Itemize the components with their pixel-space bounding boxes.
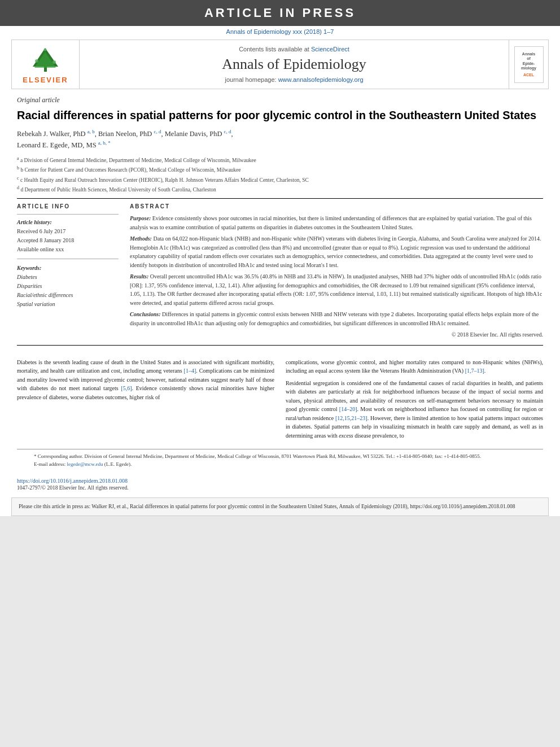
info-divider2 <box>17 259 119 259</box>
keywords-list: Diabetes Disparities Racial/ethnic diffe… <box>17 273 119 309</box>
divider-2 <box>17 345 543 346</box>
issn-line: 1047-2797/© 2018 Elsevier Inc. All right… <box>17 485 543 491</box>
article-history: Article history: Received 6 July 2017 Ac… <box>17 218 119 254</box>
sciencedirect-line: Contents lists available at ScienceDirec… <box>239 46 349 53</box>
affil-b: b b Center for Patient Care and Outcomes… <box>17 165 543 174</box>
divider-1 <box>17 198 543 199</box>
body-para-1: Diabetes is the seventh leading cause of… <box>17 358 274 402</box>
journal-title-area: Contents lists available at ScienceDirec… <box>80 40 509 89</box>
homepage-link[interactable]: www.annalsofepidemiology.org <box>278 76 364 83</box>
ref-link-5-6[interactable]: [5,6] <box>121 385 132 391</box>
affil-d: d d Department of Public Health Sciences… <box>17 185 543 194</box>
elsevier-label: ELSEVIER <box>23 76 68 84</box>
banner-text: ARTICLE IN PRESS <box>204 6 356 20</box>
ref-link-1-7-13[interactable]: [1,7–13] <box>465 368 484 374</box>
sciencedirect-link[interactable]: ScienceDirect <box>311 46 349 53</box>
page-wrapper: ARTICLE IN PRESS Annals of Epidemiology … <box>0 0 560 516</box>
abstract-col: ABSTRACT Purpose: Evidence consistently … <box>130 203 543 339</box>
abstract-methods: Methods: Data on 64,022 non-Hispanic bla… <box>130 234 543 269</box>
article-title: Racial differences in spatial patterns f… <box>17 108 543 123</box>
article-info-heading: ARTICLE INFO <box>17 203 119 209</box>
article-type: Original article <box>17 96 543 104</box>
svg-point-5 <box>53 60 56 64</box>
affil-a: a a Division of General Internal Medicin… <box>17 155 543 164</box>
footnote-area: * Corresponding author. Division of Gene… <box>17 449 543 471</box>
svg-point-4 <box>35 59 38 63</box>
doi-link[interactable]: https://doi.org/10.1016/j.annepidem.2018… <box>17 478 128 484</box>
body-para-3: Residential segregation is considered on… <box>286 379 543 440</box>
article-info-col: ARTICLE INFO Article history: Received 6… <box>17 203 119 339</box>
doi-link-line: https://doi.org/10.1016/j.annepidem.2018… <box>17 475 543 485</box>
logo-text: AnnalsofEpide-miology <box>521 52 536 71</box>
journal-homepage: journal homepage: www.annalsofepidemiolo… <box>225 76 363 83</box>
abstract-results: Results: Overall percent uncontrolled Hb… <box>130 272 543 307</box>
info-abstract-section: ARTICLE INFO Article history: Received 6… <box>17 203 543 339</box>
elsevier-logo: ELSEVIER <box>23 45 68 84</box>
keywords-section: Keywords: Diabetes Disparities Racial/et… <box>17 264 119 309</box>
body-col-left: Diabetes is the seventh leading cause of… <box>17 358 274 444</box>
info-divider <box>17 214 119 215</box>
body-section: Diabetes is the seventh leading cause of… <box>0 350 560 444</box>
abstract-purpose: Purpose: Evidence consistently shows poo… <box>130 214 543 231</box>
footnote-email-link[interactable]: legede@mcw.edu <box>67 461 103 467</box>
article-content: Original article Racial differences in s… <box>0 89 560 346</box>
logo-accel: ACEL <box>523 73 534 77</box>
journal-logo: AnnalsofEpide-miology ACEL <box>514 46 544 83</box>
journal-title: Annals of Epidemiology <box>222 56 366 73</box>
ref-link-14-20[interactable]: [14–20] <box>339 406 357 412</box>
journal-header-box: ELSEVIER Contents lists available at Sci… <box>11 40 549 89</box>
email-line: E-mail address: legede@mcw.edu (L.E. Ege… <box>34 461 526 469</box>
article-in-press-banner: ARTICLE IN PRESS <box>0 0 560 26</box>
citation-box: Please cite this article in press as: Wa… <box>11 497 549 516</box>
ref-link-1-4[interactable]: [1–4] <box>184 368 196 374</box>
abstract-text: Purpose: Evidence consistently shows poo… <box>130 214 543 339</box>
ref-link-12-15-21-23[interactable]: [12,15,21–23] <box>335 415 368 421</box>
abstract-conclusions: Conclusions: Differences in spatial patt… <box>130 310 543 327</box>
doi-area: https://doi.org/10.1016/j.annepidem.2018… <box>0 471 560 493</box>
journal-ref: Annals of Epidemiology xxx (2018) 1–7 <box>0 26 560 37</box>
abstract-heading: ABSTRACT <box>130 203 543 209</box>
abstract-copyright: © 2018 Elsevier Inc. All rights reserved… <box>130 330 543 339</box>
journal-logo-area: AnnalsofEpide-miology ACEL <box>509 40 548 89</box>
svg-point-6 <box>43 48 46 51</box>
elsevier-tree-icon <box>30 45 61 73</box>
affil-c: c c Health Equity and Rural Outreach Inn… <box>17 175 543 184</box>
body-col-right: complications, worse glycemic control, a… <box>286 358 543 444</box>
authors-line: Rebekah J. Walker, PhD a, b, Brian Neelo… <box>17 128 543 151</box>
footnote-text: * Corresponding author. Division of Gene… <box>34 453 526 461</box>
elsevier-logo-area: ELSEVIER <box>12 40 80 89</box>
body-para-2: complications, worse glycemic control, a… <box>286 358 543 375</box>
affiliations: a a Division of General Internal Medicin… <box>17 155 543 194</box>
